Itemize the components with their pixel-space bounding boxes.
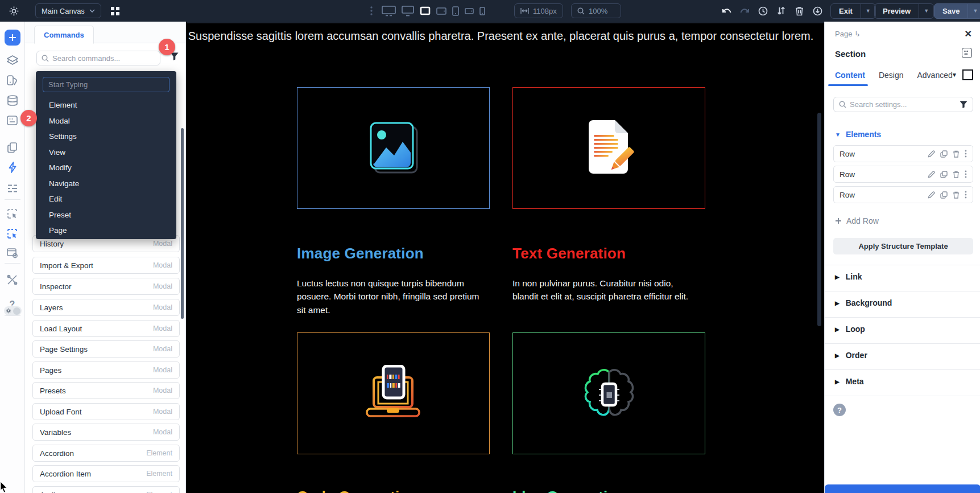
trash-icon[interactable] [953,191,960,199]
settings-filter-funnel-icon[interactable] [960,101,967,108]
kebab-menu-icon[interactable] [965,191,967,199]
canvas-page[interactable]: Suspendisse sagittis lorem accumsan conv… [187,22,824,493]
save-caret-icon[interactable]: ▼ [967,4,980,18]
element-row[interactable]: Row [833,166,973,183]
dropdown-item-element[interactable]: Element [43,97,169,113]
add-element-button[interactable] [5,30,20,46]
trash-icon[interactable] [953,171,960,178]
zoom-level-input[interactable]: 100% [571,3,621,18]
tablet-portrait-icon[interactable] [452,6,459,16]
dropdown-item-navigate[interactable]: Navigate [43,176,169,192]
tabs-caret-icon[interactable]: ▼ [952,72,957,78]
section-options-icon[interactable] [962,48,972,58]
apply-structure-template-button[interactable]: Apply Structure Template [833,238,973,254]
accordion-link[interactable]: ▶ Link [835,272,862,281]
dropdown-item-page[interactable]: Page [43,223,169,239]
command-row[interactable]: Layers Modal [32,299,180,316]
command-row[interactable]: Import & Export Modal [32,257,180,274]
tab-content[interactable]: Content [835,71,865,80]
commands-scrollbar[interactable] [181,128,184,319]
command-row[interactable]: Load Layout Modal [32,320,180,337]
canvas-selector[interactable]: Main Canvas [35,3,101,18]
dropdown-item-edit[interactable]: Edit [43,191,169,207]
accordion-order[interactable]: ▶ Order [835,351,867,360]
sort-arrows-icon[interactable] [773,3,789,19]
accordion-background[interactable]: ▶ Background [835,298,892,307]
exit-button[interactable]: Exit ▼ [830,3,876,19]
undo-icon[interactable] [718,3,734,19]
laptop-icon[interactable] [420,6,431,15]
kebab-menu-icon[interactable] [965,170,967,178]
dropdown-item-settings[interactable]: Settings [43,129,169,145]
layers-icon[interactable] [4,52,21,69]
edit-pencil-icon[interactable] [928,191,935,199]
card-code-generation[interactable] [297,332,490,454]
card-idea-generation[interactable] [512,332,705,454]
settings-toggle[interactable] [4,306,22,315]
command-row[interactable]: Page Settings Modal [32,340,180,358]
card-image-generation[interactable] [297,87,490,209]
form-fields-icon[interactable] [4,112,21,129]
close-icon[interactable]: ✕ [965,28,972,39]
duplicate-icon[interactable] [940,171,948,178]
help-badge[interactable]: ? [833,404,846,416]
edit-pencil-icon[interactable] [928,150,935,158]
canvas-scrollbar[interactable] [817,113,821,326]
canvas-width-input[interactable]: 1108px [514,3,563,18]
phone-portrait-icon[interactable] [479,7,485,15]
trash-icon[interactable] [791,3,807,19]
database-icon[interactable] [4,92,21,109]
drag-dots-icon[interactable] [367,3,375,19]
trash-icon[interactable] [953,150,960,158]
save-button[interactable]: Save ▼ [934,3,980,19]
command-row[interactable]: Upload Font Modal [32,403,180,420]
quick-actions-lightning-icon[interactable] [4,159,21,176]
gear-icon[interactable] [6,3,22,19]
edit-pencil-icon[interactable] [928,171,935,178]
tablet-landscape-icon[interactable] [436,7,446,15]
duplicate-icon[interactable] [940,191,948,199]
insert-selector-active-icon[interactable] [4,225,21,242]
insert-selector-icon[interactable] [4,205,21,222]
commands-search-input[interactable] [52,54,155,63]
pages-copy-icon[interactable] [4,139,21,156]
dropdown-item-modify[interactable]: Modify [43,160,169,176]
redo-icon[interactable] [737,3,752,19]
design-library-icon[interactable] [4,72,21,89]
breadcrumb[interactable]: Page ↳ [835,30,861,38]
dropdown-item-preset[interactable]: Preset [43,207,169,223]
elements-section-header[interactable]: ▼ Elements [835,130,881,139]
tab-advanced[interactable]: Advanced [917,71,952,80]
command-row[interactable]: Accordion Element [32,445,180,462]
frame-outline-icon[interactable] [962,69,973,80]
accordion-meta[interactable]: ▶ Meta [835,377,864,386]
bottom-action-bar[interactable] [825,484,980,493]
dropdown-item-view[interactable]: View [43,145,169,161]
element-row[interactable]: Row [833,186,973,203]
dropdown-item-modal[interactable]: Modal [43,113,169,129]
grid-view-icon[interactable] [107,3,123,19]
phone-landscape-icon[interactable] [465,8,474,14]
power-export-icon[interactable] [809,3,825,19]
tab-design[interactable]: Design [879,71,904,80]
card-text-generation[interactable] [512,87,705,209]
preview-button[interactable]: Preview ▼ [874,3,934,19]
command-row[interactable]: Pages Modal [32,361,180,379]
dropdown-typing-input[interactable] [43,77,169,92]
command-row[interactable]: Inspector Modal [32,278,180,295]
command-row[interactable]: Presets Modal [32,382,180,399]
command-row[interactable]: Variables Modal [32,424,180,441]
history-clock-icon[interactable] [755,3,771,19]
add-row-button[interactable]: Add Row [835,216,879,225]
preview-caret-icon[interactable]: ▼ [919,4,933,18]
desktop-xl-icon[interactable] [382,6,396,17]
settings-search-input[interactable] [850,100,956,109]
duplicate-icon[interactable] [940,150,948,158]
element-row[interactable]: Row [833,145,973,162]
tab-commands[interactable]: Commands [34,26,94,44]
command-row[interactable]: Audio Element [32,486,180,493]
rows-list-icon[interactable] [4,180,21,197]
kebab-menu-icon[interactable] [965,150,967,158]
accordion-loop[interactable]: ▶ Loop [835,324,865,334]
browser-settings-icon[interactable] [4,245,21,262]
